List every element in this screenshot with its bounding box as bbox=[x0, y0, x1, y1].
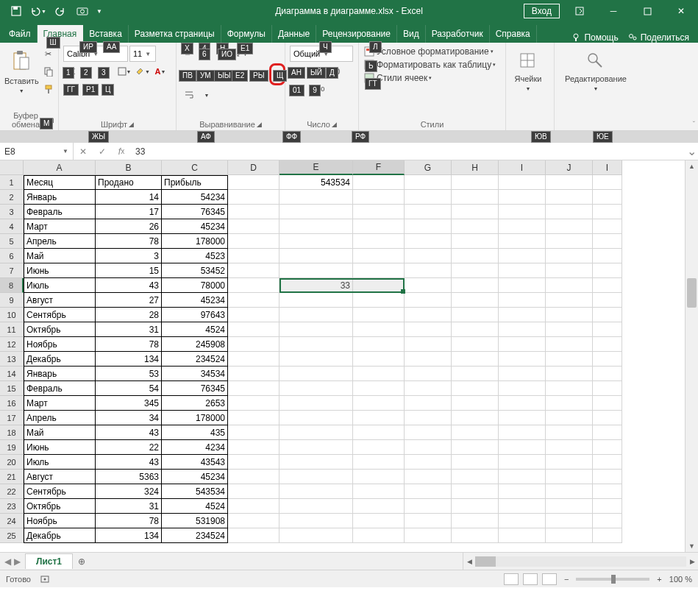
cell[interactable]: 78 bbox=[96, 514, 162, 528]
row-header[interactable]: 20 bbox=[0, 455, 24, 470]
cell[interactable] bbox=[279, 367, 353, 381]
zoom-slider[interactable] bbox=[576, 578, 649, 581]
cell[interactable] bbox=[452, 175, 499, 190]
cell[interactable] bbox=[546, 263, 593, 278]
conditional-formatting-button[interactable]: Условное форматирование▾ bbox=[363, 46, 501, 57]
cell[interactable]: 54234 bbox=[162, 190, 228, 205]
row-header[interactable]: 10 bbox=[0, 308, 24, 322]
cell[interactable]: Февраль bbox=[24, 381, 96, 396]
cell[interactable] bbox=[593, 205, 622, 219]
cell[interactable] bbox=[405, 278, 452, 293]
cell[interactable] bbox=[452, 293, 499, 308]
font-dialog-launcher[interactable]: ◢ bbox=[129, 121, 134, 128]
cell[interactable] bbox=[593, 337, 622, 352]
cell[interactable] bbox=[499, 278, 546, 293]
page-layout-view-button[interactable] bbox=[523, 573, 538, 585]
cell[interactable] bbox=[499, 308, 546, 322]
cell[interactable] bbox=[546, 455, 593, 470]
merge-dropdown-button[interactable]: ▼ bbox=[199, 87, 215, 103]
cell[interactable]: 31 bbox=[96, 322, 162, 337]
cell[interactable] bbox=[279, 484, 353, 499]
cell[interactable] bbox=[499, 499, 546, 514]
decrease-indent-button[interactable]: Е2 bbox=[234, 66, 250, 82]
cell[interactable] bbox=[353, 411, 405, 425]
column-header[interactable]: G bbox=[405, 160, 452, 175]
insert-function-button[interactable]: fx bbox=[112, 146, 131, 157]
cell[interactable] bbox=[593, 234, 622, 249]
cell[interactable]: 14 bbox=[96, 190, 162, 205]
align-right-button[interactable]: ЫЫ bbox=[216, 66, 232, 82]
cell[interactable]: 33 bbox=[279, 278, 353, 293]
cell[interactable]: 31 bbox=[96, 499, 162, 514]
cell[interactable] bbox=[499, 249, 546, 263]
cell[interactable]: 78000 bbox=[162, 278, 228, 293]
row-header[interactable]: 6 bbox=[0, 249, 24, 263]
column-header[interactable]: C bbox=[162, 160, 228, 175]
cell[interactable]: 45234 bbox=[162, 470, 228, 484]
column-header[interactable]: J bbox=[546, 160, 593, 175]
cell[interactable]: 26 bbox=[96, 219, 162, 234]
cell[interactable]: 4523 bbox=[162, 249, 228, 263]
cell[interactable]: 22 bbox=[96, 440, 162, 455]
cell[interactable] bbox=[405, 455, 452, 470]
cell[interactable] bbox=[353, 396, 405, 411]
cell[interactable]: Прибыль bbox=[162, 175, 228, 190]
cell[interactable] bbox=[405, 190, 452, 205]
login-button[interactable]: Вход bbox=[524, 4, 560, 18]
cell[interactable] bbox=[279, 499, 353, 514]
cell[interactable]: 345 bbox=[96, 396, 162, 411]
cell[interactable] bbox=[499, 425, 546, 440]
cell[interactable]: 54 bbox=[96, 381, 162, 396]
cell[interactable] bbox=[546, 337, 593, 352]
row-headers[interactable]: 1234567891011121314151617181920212223242… bbox=[0, 175, 24, 543]
cell[interactable]: 543534 bbox=[279, 175, 353, 190]
cell[interactable] bbox=[499, 337, 546, 352]
cell[interactable] bbox=[452, 440, 499, 455]
cell[interactable] bbox=[546, 219, 593, 234]
cell[interactable] bbox=[353, 293, 405, 308]
cell[interactable] bbox=[405, 484, 452, 499]
cell[interactable] bbox=[228, 367, 279, 381]
cell[interactable] bbox=[499, 205, 546, 219]
cell[interactable]: Декабрь bbox=[24, 352, 96, 367]
cancel-edit-button[interactable]: ✕ bbox=[74, 146, 93, 157]
cell[interactable] bbox=[593, 425, 622, 440]
cell[interactable] bbox=[405, 470, 452, 484]
cell[interactable] bbox=[228, 234, 279, 249]
cell[interactable] bbox=[405, 440, 452, 455]
camera-button[interactable] bbox=[72, 1, 93, 21]
cell[interactable] bbox=[228, 205, 279, 219]
tab-page-layout[interactable]: Разметка страницы bbox=[129, 25, 221, 43]
cell[interactable] bbox=[353, 381, 405, 396]
alignment-dialog-launcher[interactable]: ◢ bbox=[257, 121, 262, 128]
cell[interactable]: 543534 bbox=[162, 484, 228, 499]
cell[interactable] bbox=[353, 263, 405, 278]
cell[interactable] bbox=[499, 381, 546, 396]
cell[interactable] bbox=[405, 396, 452, 411]
cell[interactable] bbox=[279, 337, 353, 352]
decrease-decimal-button[interactable]: ←009 bbox=[308, 81, 325, 97]
tab-insert[interactable]: Вставка bbox=[83, 25, 129, 43]
cell[interactable]: Ноябрь bbox=[24, 337, 96, 352]
cell[interactable] bbox=[353, 249, 405, 263]
cell[interactable] bbox=[452, 249, 499, 263]
cell[interactable] bbox=[228, 278, 279, 293]
cell[interactable]: 4524 bbox=[162, 322, 228, 337]
cell[interactable] bbox=[593, 263, 622, 278]
cell[interactable] bbox=[228, 528, 279, 543]
cell[interactable]: 76345 bbox=[162, 381, 228, 396]
cell[interactable] bbox=[452, 499, 499, 514]
cell[interactable] bbox=[546, 514, 593, 528]
row-header[interactable]: 8 bbox=[0, 278, 24, 293]
cell[interactable] bbox=[228, 455, 279, 470]
cell[interactable] bbox=[452, 322, 499, 337]
tab-data[interactable]: Данные bbox=[272, 25, 316, 43]
row-header[interactable]: 7 bbox=[0, 263, 24, 278]
cell[interactable] bbox=[228, 440, 279, 455]
select-all-corner[interactable] bbox=[0, 160, 24, 175]
cell[interactable] bbox=[228, 484, 279, 499]
cell[interactable]: 4234 bbox=[162, 440, 228, 455]
maximize-button[interactable] bbox=[630, 0, 664, 22]
cell[interactable] bbox=[228, 293, 279, 308]
cell[interactable]: 2653 bbox=[162, 396, 228, 411]
